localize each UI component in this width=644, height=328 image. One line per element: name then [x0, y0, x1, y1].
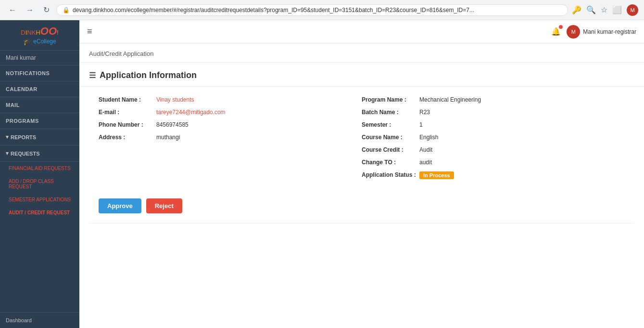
- browser-chrome: ← → ↻ 🔒 devang.dinkhoo.com/ecollege/memb…: [0, 0, 644, 20]
- sidebar-item-reports[interactable]: ▾ REPORTS: [0, 129, 79, 145]
- top-header: ≡ 🔔 M Mani kumar-registrar: [79, 20, 644, 43]
- credit-row: Course Credit : Audit: [362, 146, 625, 153]
- email-label: E-mail :: [99, 109, 156, 116]
- program-name-label: Program Name :: [362, 96, 419, 103]
- credit-label: Course Credit :: [362, 146, 419, 153]
- sidebar-item-notifications[interactable]: NOTIFICATIONS: [0, 66, 79, 81]
- url-text: devang.dinkhoo.com/ecollege/member/#/reg…: [73, 7, 474, 13]
- sidebar: DINKHOO! 🎓 eCollege Mani kumar NOTIFICAT…: [0, 20, 79, 328]
- content-area: Audit/Credit Application ☰ Application I…: [79, 43, 644, 328]
- breadcrumb: Audit/Credit Application: [79, 43, 644, 63]
- credit-value: Audit: [419, 146, 432, 153]
- sidebar-item-calendar[interactable]: CALENDAR: [0, 81, 79, 97]
- address-label: Address :: [99, 134, 156, 141]
- student-name-value: Vinay students: [156, 96, 194, 103]
- batch-value: R23: [419, 109, 430, 116]
- info-left-column: Student Name : Vinay students E-mail : t…: [99, 96, 362, 179]
- phone-value: 8456974585: [156, 121, 189, 128]
- chrome-user-avatar[interactable]: M: [627, 4, 638, 16]
- sidebar-user-name: Mani kumar: [0, 51, 79, 66]
- star-icon[interactable]: ☆: [601, 5, 607, 14]
- batch-row: Batch Name : R23: [362, 109, 625, 116]
- window-icon[interactable]: ⬜: [612, 5, 622, 14]
- sidebar-dashboard[interactable]: Dashboard: [0, 312, 79, 328]
- nav-back-button[interactable]: ←: [6, 5, 19, 15]
- course-value: English: [419, 134, 438, 141]
- semester-label: Semester :: [362, 121, 419, 128]
- sidebar-item-programs[interactable]: PROGRAMS: [0, 113, 79, 129]
- requests-chevron-icon: ▾: [6, 150, 9, 157]
- info-right-column: Program Name : Mechanical Engineering Ba…: [362, 96, 625, 179]
- batch-label: Batch Name :: [362, 109, 419, 116]
- address-value: muthangi: [156, 134, 180, 141]
- logo-area: DINKHOO! 🎓 eCollege: [0, 20, 79, 51]
- list-icon: ☰: [89, 71, 96, 80]
- reports-chevron-icon: ▾: [6, 134, 9, 140]
- section-header: ☰ Application Information: [79, 63, 644, 87]
- sidebar-item-audit-credit[interactable]: AUDIT / CREDIT REQUEST: [0, 206, 79, 219]
- user-info-header[interactable]: M Mani kumar-registrar: [567, 25, 636, 39]
- status-label: Application Status :: [362, 171, 419, 178]
- email-row: E-mail : tareye7244@mitigado.com: [99, 109, 362, 116]
- status-badge: In Process: [419, 171, 454, 179]
- graduation-icon: 🎓: [23, 38, 31, 45]
- sidebar-reports-label: REPORTS: [11, 134, 36, 140]
- browser-icons: 🔑 🔍 ☆ ⬜ M: [572, 4, 638, 16]
- divider: [89, 223, 634, 223]
- sidebar-item-mail[interactable]: MAIL: [0, 97, 79, 113]
- sidebar-item-add-drop[interactable]: ADD / DROP CLASS REQUEST: [0, 175, 79, 193]
- status-row: Application Status : In Process: [362, 171, 625, 179]
- phone-row: Phone Number : 8456974585: [99, 121, 362, 128]
- logo-dinkhoo: DINKHOO!: [5, 25, 75, 38]
- url-bar[interactable]: 🔒 devang.dinkhoo.com/ecollege/member/#/r…: [56, 4, 568, 16]
- user-label: Mani kumar-registrar: [583, 28, 636, 35]
- sidebar-requests-label: REQUESTS: [11, 151, 40, 157]
- program-name-value: Mechanical Engineering: [419, 96, 481, 103]
- nav-forward-button[interactable]: →: [23, 5, 37, 15]
- hamburger-icon[interactable]: ≡: [87, 26, 92, 37]
- course-row: Course Name : English: [362, 134, 625, 141]
- semester-row: Semester : 1: [362, 121, 625, 128]
- main-area: ≡ 🔔 M Mani kumar-registrar Audit/Credit …: [79, 20, 644, 328]
- header-right: 🔔 M Mani kumar-registrar: [551, 25, 636, 39]
- change-to-row: Change TO : audit: [362, 159, 625, 166]
- reject-button[interactable]: Reject: [146, 198, 182, 213]
- section-title: Application Information: [100, 70, 197, 80]
- user-avatar-top: M: [567, 25, 580, 39]
- notification-badge: [559, 25, 563, 29]
- email-value: tareye7244@mitigado.com: [156, 109, 226, 116]
- student-name-label: Student Name :: [99, 96, 156, 103]
- search-icon[interactable]: 🔍: [586, 5, 596, 14]
- logo-sub: 🎓 eCollege: [5, 38, 75, 45]
- notification-bell-wrapper[interactable]: 🔔: [551, 27, 561, 36]
- course-label: Course Name :: [362, 134, 419, 141]
- semester-value: 1: [419, 121, 423, 128]
- sidebar-item-semester-app[interactable]: SEMESTER APPLICATIONS: [0, 193, 79, 206]
- change-to-value: audit: [419, 159, 432, 166]
- sidebar-item-financial-aid[interactable]: FINANCIAL AID REQUESTS: [0, 162, 79, 175]
- phone-label: Phone Number :: [99, 121, 156, 128]
- key-icon: 🔑: [572, 5, 581, 14]
- sidebar-item-requests[interactable]: ▾ REQUESTS: [0, 145, 79, 162]
- nav-refresh-button[interactable]: ↻: [40, 4, 52, 15]
- application-info-grid: Student Name : Vinay students E-mail : t…: [79, 87, 644, 189]
- address-row: Address : muthangi: [99, 134, 362, 141]
- student-name-row: Student Name : Vinay students: [99, 96, 362, 103]
- action-buttons: Approve Reject: [79, 189, 644, 223]
- approve-button[interactable]: Approve: [99, 198, 141, 213]
- program-name-row: Program Name : Mechanical Engineering: [362, 96, 625, 103]
- change-to-label: Change TO :: [362, 159, 419, 166]
